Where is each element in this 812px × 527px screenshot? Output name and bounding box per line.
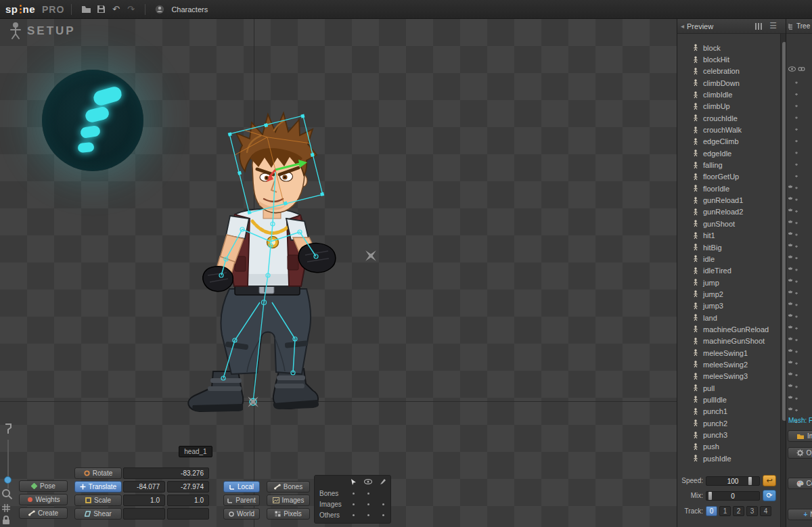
collapse-panel-icon[interactable]: ◂ [681, 22, 684, 30]
shear-x-field[interactable] [123, 508, 165, 520]
lock-icon[interactable] [2, 515, 10, 527]
shear-y-field[interactable] [167, 508, 209, 520]
animation-list-item[interactable]: block [677, 42, 780, 53]
panel-menu-icon[interactable]: ☰ [769, 21, 777, 30]
animation-list-item[interactable]: pull [677, 382, 780, 394]
speed-slider-handle[interactable] [748, 477, 752, 485]
speed-slider[interactable]: 100 [706, 476, 760, 486]
animation-list-item[interactable]: punch1 [677, 406, 780, 417]
pose-button[interactable]: Pose [19, 480, 68, 492]
animation-list-item[interactable]: crouchWalk [677, 124, 780, 135]
animation-list-item[interactable]: idleTired [677, 265, 780, 277]
visibility-row-bones[interactable]: Bones [315, 488, 392, 499]
shear-button[interactable]: Shear [74, 508, 122, 520]
animation-list-item[interactable]: pushIdle [677, 453, 780, 464]
animation-list-item[interactable]: machineGunReload [677, 323, 780, 335]
animation-list-item[interactable]: blockHit [677, 53, 780, 65]
animation-list-item[interactable]: climbIdle [677, 89, 780, 100]
animation-list-item[interactable]: jump3 [677, 300, 780, 312]
rotate-button[interactable]: Rotate [74, 467, 122, 479]
track-button-2[interactable]: 2 [733, 506, 744, 516]
undo-icon[interactable]: ↶ [108, 3, 123, 16]
images-section-button[interactable]: Imag [788, 430, 812, 442]
mix-slider[interactable]: 0 [706, 491, 760, 501]
loop-toggle-button[interactable]: ⟳ [763, 490, 776, 501]
animation-list-item[interactable]: meleeSwing1 [677, 347, 780, 359]
animation-list-item[interactable]: jump2 [677, 288, 780, 300]
animation-list-item[interactable]: idle [677, 253, 780, 265]
new-button[interactable]: + N [788, 509, 812, 520]
scale-y-field[interactable]: 1.0 [167, 495, 209, 506]
animation-list-item[interactable]: land [677, 312, 780, 323]
animation-list-item[interactable]: edgeClimb [677, 136, 780, 147]
select-bones-button[interactable]: Bones [267, 481, 310, 492]
color-section-button[interactable]: Color [788, 478, 812, 489]
translate-x-field[interactable]: -84.077 [123, 481, 165, 492]
save-project-icon[interactable] [93, 3, 108, 16]
ruler-tool-icon[interactable] [3, 423, 13, 437]
magnifier-icon[interactable] [1, 488, 13, 503]
pose-icon [31, 483, 37, 489]
options-button[interactable]: Optio [788, 447, 812, 459]
scale-icon [85, 497, 91, 503]
weights-button[interactable]: Weights [19, 494, 68, 505]
redo-icon[interactable]: ↷ [123, 3, 138, 16]
select-pixels-button[interactable]: Pixels [267, 508, 310, 520]
speed-reset-button[interactable]: ↩ [763, 475, 776, 486]
scale-x-field[interactable]: 1.0 [123, 495, 165, 506]
create-button[interactable]: Create [19, 507, 68, 519]
animation-list-item[interactable]: falling [677, 159, 780, 170]
character-artwork[interactable] [173, 105, 348, 423]
visibility-row-others[interactable]: Others [315, 509, 392, 520]
animation-list-item[interactable]: floorGetUp [677, 171, 780, 183]
animation-list-item[interactable]: push [677, 441, 780, 453]
scale-button[interactable]: Scale [74, 495, 122, 506]
animation-list-item[interactable]: gunShoot [677, 218, 780, 229]
animation-list-item[interactable]: punch2 [677, 417, 780, 429]
visibility-row-images[interactable]: Images [315, 499, 392, 509]
translate-y-field[interactable]: -27.974 [167, 481, 209, 492]
translate-button[interactable]: Translate [74, 481, 122, 492]
animation-list-item[interactable]: pullIdle [677, 394, 780, 405]
animation-list-item[interactable]: floorIdle [677, 183, 780, 194]
animation-list-item[interactable]: machineGunShoot [677, 336, 780, 347]
animation-list-item[interactable]: meleeSwing2 [677, 359, 780, 370]
tree-node-dots-column[interactable] [792, 77, 800, 423]
eye-visibility-icon[interactable] [364, 479, 372, 484]
project-name[interactable]: Characters [171, 5, 208, 14]
preview-scrollbar[interactable] [780, 34, 786, 527]
zoom-slider-handle[interactable] [4, 476, 12, 484]
animation-icon [692, 419, 699, 427]
tree-panel-header[interactable]: Tree [786, 19, 812, 34]
animation-list-item[interactable]: crouchIdle [677, 112, 780, 124]
track-button-0[interactable]: 0 [706, 506, 717, 516]
animation-list-item[interactable]: gunReload2 [677, 206, 780, 218]
select-images-button[interactable]: Images [267, 495, 310, 506]
animation-list-item[interactable]: climbUp [677, 101, 780, 112]
rotate-value-field[interactable]: -83.276 [123, 467, 209, 479]
animation-list-item[interactable]: edgeIdle [677, 147, 780, 159]
animation-list-item[interactable]: punch3 [677, 429, 780, 440]
open-project-folder-icon[interactable] [78, 3, 93, 16]
animation-list-item[interactable]: celebration [677, 66, 780, 77]
animation-list-item[interactable]: hit1 [677, 230, 780, 242]
local-space-button[interactable]: Local [223, 481, 260, 492]
parent-space-button[interactable]: Parent [223, 495, 260, 506]
animation-list-item[interactable]: climbDown [677, 77, 780, 89]
viewport-canvas[interactable]: SETUP [0, 19, 677, 527]
world-space-button[interactable]: World [223, 508, 260, 520]
track-button-4[interactable]: 4 [760, 506, 771, 516]
animation-list-item[interactable]: meleeSwing3 [677, 371, 780, 382]
preview-panel-header[interactable]: ◂ Preview ☰ [677, 19, 786, 34]
brush-edit-icon[interactable] [380, 478, 386, 485]
project-skeleton-icon[interactable] [152, 3, 167, 16]
animation-list-item[interactable]: gunReload1 [677, 194, 780, 206]
track-button-3[interactable]: 3 [746, 506, 758, 516]
cursor-select-icon[interactable] [351, 478, 357, 486]
track-button-1[interactable]: 1 [719, 506, 731, 516]
columns-icon[interactable] [755, 23, 762, 30]
grid-toggle-icon[interactable] [1, 503, 11, 515]
animation-list-item[interactable]: jump [677, 277, 780, 288]
animation-list-item[interactable]: hitBig [677, 242, 780, 253]
mix-slider-handle[interactable] [708, 492, 712, 500]
